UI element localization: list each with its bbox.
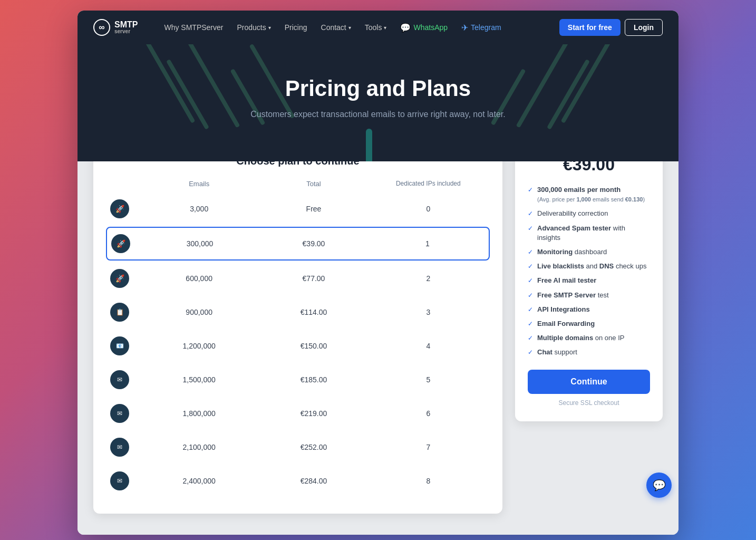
feature-list: ✓ 300,000 emails per month(Avg. price pe… bbox=[528, 185, 650, 357]
browser-window: SMTP server Why SMTPServer Products ▾ Pr… bbox=[77, 11, 679, 535]
start-free-button[interactable]: Start for free bbox=[559, 19, 621, 36]
logo-main: SMTP bbox=[114, 21, 138, 29]
plan-ips: 2 bbox=[371, 274, 486, 283]
plan-row[interactable]: ✉ 1,500,000 €185.00 5 bbox=[106, 364, 490, 396]
plan-ips: 3 bbox=[371, 308, 486, 316]
logo-icon bbox=[93, 19, 110, 36]
plan-row-selected[interactable]: 🚀 300,000 €39.00 1 bbox=[106, 227, 490, 261]
chevron-down-icon: ▾ bbox=[268, 25, 271, 31]
plan-total: €219.00 bbox=[256, 409, 371, 418]
plan-ips: 0 bbox=[371, 205, 486, 213]
plan-emails: 2,100,000 bbox=[142, 443, 256, 451]
logo[interactable]: SMTP server bbox=[93, 19, 138, 36]
plan-emails: 1,800,000 bbox=[142, 409, 256, 418]
login-button[interactable]: Login bbox=[625, 19, 663, 36]
summary-card: €39.00 ✓ 300,000 emails per month(Avg. p… bbox=[515, 140, 663, 421]
feature-item: ✓ Email Forwarding bbox=[528, 319, 650, 329]
plan-emails: 600,000 bbox=[142, 274, 256, 283]
check-icon: ✓ bbox=[528, 209, 533, 218]
nav-why[interactable]: Why SMTPServer bbox=[159, 20, 228, 35]
logo-sub: server bbox=[114, 29, 138, 34]
plan-icon: 🚀 bbox=[110, 269, 129, 288]
plan-icon: 🚀 bbox=[111, 234, 130, 253]
secure-ssl-text: Secure SSL checkout bbox=[528, 399, 650, 407]
plan-total: €252.00 bbox=[256, 443, 371, 451]
chat-icon: 💬 bbox=[653, 479, 666, 491]
feature-item: ✓ Multiple domains on one IP bbox=[528, 333, 650, 343]
nav-products[interactable]: Products ▾ bbox=[231, 20, 276, 35]
plan-total: €150.00 bbox=[256, 342, 371, 350]
plan-emails: 2,400,000 bbox=[142, 477, 256, 485]
plan-icon: ✉ bbox=[110, 471, 129, 490]
nav-contact[interactable]: Contact ▾ bbox=[316, 20, 356, 35]
hero-decorative-lines bbox=[77, 44, 679, 161]
plan-total: Free bbox=[256, 205, 371, 213]
check-icon: ✓ bbox=[528, 224, 533, 233]
check-icon: ✓ bbox=[528, 262, 533, 271]
feature-item: ✓ Deliverability correction bbox=[528, 209, 650, 218]
plan-emails: 3,000 bbox=[142, 205, 256, 213]
plan-total: €114.00 bbox=[256, 308, 371, 316]
feature-item: ✓ Chat support bbox=[528, 348, 650, 357]
nav-whatsapp[interactable]: 💬 WhatsApp bbox=[395, 20, 453, 36]
plan-ips: 7 bbox=[371, 443, 486, 451]
plan-row[interactable]: ✉ 2,400,000 €284.00 8 bbox=[106, 465, 490, 497]
nav-pricing[interactable]: Pricing bbox=[279, 20, 313, 35]
plan-emails: 1,500,000 bbox=[142, 375, 256, 384]
chevron-down-icon: ▾ bbox=[384, 25, 386, 31]
col-total: Total bbox=[256, 180, 371, 188]
plan-icon: 🚀 bbox=[110, 199, 129, 218]
plan-row[interactable]: ✉ 1,800,000 €219.00 6 bbox=[106, 398, 490, 429]
plan-icon: ✉ bbox=[110, 438, 129, 457]
chevron-down-icon: ▾ bbox=[348, 25, 351, 31]
col-emails: Emails bbox=[142, 180, 256, 188]
hero-section: Pricing and Plans Customers expect trans… bbox=[77, 44, 679, 161]
check-icon: ✓ bbox=[528, 320, 533, 329]
plan-selector-card: Choose plan to continue Emails Total Ded… bbox=[93, 140, 502, 514]
nav-actions: Start for free Login bbox=[559, 19, 663, 36]
feature-item: ✓ Free AI mail tester bbox=[528, 276, 650, 285]
col-ips: Dedicated IPs included bbox=[371, 180, 486, 188]
plan-total: €284.00 bbox=[256, 477, 371, 485]
plan-emails: 300,000 bbox=[143, 239, 257, 248]
plan-total: €77.00 bbox=[256, 274, 371, 283]
plan-total: €185.00 bbox=[256, 375, 371, 384]
plan-icon: 📋 bbox=[110, 303, 129, 322]
plan-row[interactable]: 📧 1,200,000 €150.00 4 bbox=[106, 330, 490, 362]
plan-ips: 4 bbox=[371, 342, 486, 350]
feature-item: ✓ Live blacklists and DNS check ups bbox=[528, 262, 650, 271]
table-header: Emails Total Dedicated IPs included bbox=[106, 180, 490, 193]
plan-ips: 5 bbox=[371, 375, 486, 384]
check-icon: ✓ bbox=[528, 305, 533, 314]
check-icon: ✓ bbox=[528, 334, 533, 343]
feature-item: ✓ Monitoring dashboard bbox=[528, 247, 650, 257]
telegram-icon: ✈ bbox=[461, 23, 468, 33]
feature-item: ✓ Free SMTP Server test bbox=[528, 291, 650, 300]
plan-emails: 1,200,000 bbox=[142, 342, 256, 350]
nav-telegram[interactable]: ✈ Telegram bbox=[456, 20, 507, 36]
check-icon: ✓ bbox=[528, 348, 533, 357]
plan-row[interactable]: 🚀 600,000 €77.00 2 bbox=[106, 263, 490, 294]
feature-item: ✓ Advanced Spam tester with insights bbox=[528, 224, 650, 243]
plan-icon: ✉ bbox=[110, 404, 129, 423]
nav-tools[interactable]: Tools ▾ bbox=[360, 20, 392, 35]
plan-icon: ✉ bbox=[110, 370, 129, 389]
continue-button[interactable]: Continue bbox=[528, 370, 650, 394]
check-icon: ✓ bbox=[528, 248, 533, 257]
plan-row[interactable]: 🚀 3,000 Free 0 bbox=[106, 193, 490, 225]
plan-total: €39.00 bbox=[257, 239, 371, 248]
chat-button[interactable]: 💬 bbox=[646, 472, 672, 498]
hero-subtitle: Customers expect transactional emails to… bbox=[93, 110, 663, 119]
nav-links: Why SMTPServer Products ▾ Pricing Contac… bbox=[159, 20, 546, 36]
check-icon: ✓ bbox=[528, 276, 533, 285]
feature-item: ✓ API Integrations bbox=[528, 305, 650, 314]
content-area: Choose plan to continue Emails Total Ded… bbox=[77, 161, 679, 535]
plan-ips: 6 bbox=[371, 409, 486, 418]
feature-item: ✓ 300,000 emails per month(Avg. price pe… bbox=[528, 185, 650, 204]
plan-row[interactable]: ✉ 2,100,000 €252.00 7 bbox=[106, 431, 490, 463]
plan-ips: 1 bbox=[371, 239, 484, 248]
hero-title: Pricing and Plans bbox=[93, 76, 663, 101]
check-icon: ✓ bbox=[528, 291, 533, 300]
plan-row[interactable]: 📋 900,000 €114.00 3 bbox=[106, 296, 490, 328]
plan-emails: 900,000 bbox=[142, 308, 256, 316]
